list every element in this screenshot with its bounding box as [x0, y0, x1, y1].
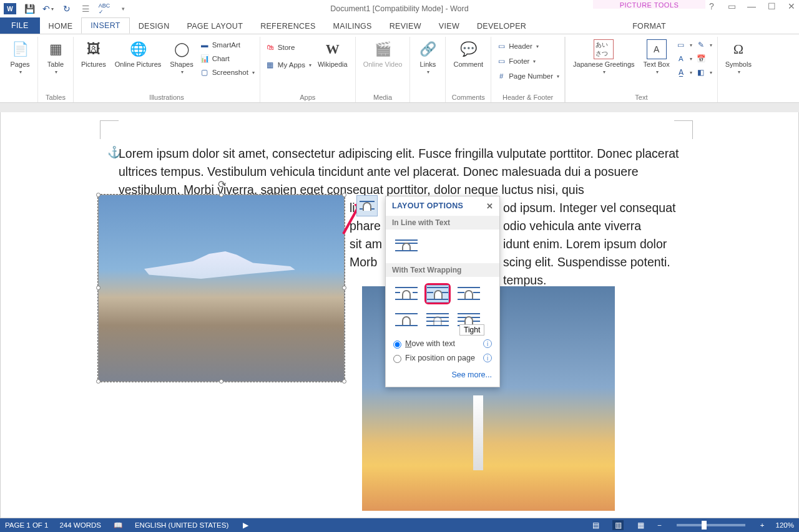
- resize-handle-tr[interactable]: [342, 193, 346, 197]
- table-button[interactable]: ▦ Table ▾: [42, 38, 69, 76]
- minimize-icon[interactable]: —: [747, 1, 757, 11]
- tab-references[interactable]: REFERENCES: [252, 19, 324, 34]
- tab-view[interactable]: VIEW: [430, 19, 468, 34]
- sigline-button[interactable]: ✎▾: [695, 39, 713, 51]
- pictures-button[interactable]: 🖼Pictures: [77, 38, 110, 69]
- radio-move-with-text[interactable]: Move with text i: [386, 337, 499, 351]
- info-icon-2[interactable]: i: [483, 354, 492, 362]
- resize-handle-tl[interactable]: [96, 193, 100, 197]
- footer-button[interactable]: ▭Footer▾: [495, 56, 561, 67]
- print-layout-icon[interactable]: ▥: [612, 520, 624, 530]
- wrap-inline[interactable]: [393, 236, 419, 257]
- close-icon[interactable]: ✕: [787, 1, 797, 11]
- ribbon-display-options-icon[interactable]: ▭: [727, 1, 737, 11]
- save-icon[interactable]: 💾: [24, 3, 35, 14]
- selected-image-plane[interactable]: [98, 195, 345, 382]
- radio-fix-input[interactable]: [393, 355, 401, 363]
- text-box-label: Text Box: [644, 60, 670, 68]
- screenshot-button[interactable]: ▢Screenshot▾: [199, 67, 256, 78]
- online-video-button[interactable]: 🎬Online Video: [360, 38, 406, 69]
- maximize-icon[interactable]: ☐: [767, 1, 777, 11]
- tab-format[interactable]: FORMAT: [593, 19, 705, 34]
- smartart-label: SmartArt: [212, 41, 240, 49]
- pages-button[interactable]: 📄 Pages ▾: [6, 38, 34, 76]
- read-mode-icon[interactable]: ▤: [590, 520, 601, 530]
- resize-handle-mr[interactable]: [342, 286, 346, 290]
- help-icon[interactable]: ?: [707, 1, 717, 11]
- symbols-button[interactable]: ΩSymbols▾: [722, 38, 755, 76]
- header-button[interactable]: ▭Header▾: [495, 41, 561, 52]
- radio-fix-position[interactable]: Fix position on page i: [386, 351, 499, 365]
- tab-file[interactable]: FILE: [0, 17, 40, 34]
- datetime-button[interactable]: 📅: [695, 53, 713, 64]
- close-popup-icon[interactable]: ✕: [486, 201, 493, 211]
- rotate-handle-icon[interactable]: ⟳: [218, 178, 226, 190]
- document-area[interactable]: ⚓ Lorem ipsum dolor sit amet, consectetu…: [0, 103, 799, 518]
- smartart-button[interactable]: ▬SmartArt: [199, 39, 256, 51]
- my-apps-button[interactable]: ▦My Apps▾: [264, 59, 313, 70]
- status-words[interactable]: 244 WORDS: [59, 521, 100, 529]
- zoom-slider-thumb[interactable]: [702, 521, 707, 530]
- screenshot-icon: ▢: [200, 67, 210, 77]
- store-label: Store: [278, 44, 295, 51]
- see-more-link[interactable]: See more...: [386, 365, 499, 387]
- wrap-square[interactable]: [393, 283, 419, 304]
- qat-icon-1[interactable]: ☰: [80, 3, 91, 14]
- status-page[interactable]: PAGE 1 OF 1: [5, 521, 48, 529]
- japanese-greetings-button[interactable]: あいさつJapanese Greetings▾: [569, 38, 638, 76]
- store-button[interactable]: 🛍Store: [264, 42, 313, 53]
- page-number-button[interactable]: #Page Number▾: [495, 70, 561, 82]
- zoom-in-icon[interactable]: +: [760, 521, 765, 529]
- status-zoom[interactable]: 120%: [776, 521, 794, 529]
- object-button[interactable]: ◧▾: [695, 67, 713, 78]
- resize-handle-ml[interactable]: [96, 286, 100, 290]
- quickparts-button[interactable]: ▭▾: [675, 39, 694, 51]
- wikipedia-button[interactable]: WWikipedia: [314, 38, 351, 69]
- zoom-slider[interactable]: [677, 524, 745, 526]
- tab-developer[interactable]: DEVELOPER: [468, 19, 535, 34]
- group-label-comments: Comments: [452, 92, 485, 102]
- section-inline: In Line with Text: [386, 216, 499, 230]
- wrap-tight[interactable]: [426, 285, 449, 302]
- shapes-button[interactable]: ◯Shapes▾: [166, 38, 197, 76]
- tab-insert[interactable]: INSERT: [81, 17, 129, 34]
- tab-review[interactable]: REVIEW: [381, 19, 430, 34]
- text-box-button[interactable]: AText Box▾: [640, 38, 674, 76]
- links-button[interactable]: 🔗Links▾: [414, 38, 441, 76]
- tab-mailings[interactable]: MAILINGS: [325, 19, 381, 34]
- layout-options-toggle[interactable]: [356, 195, 378, 216]
- status-language[interactable]: ENGLISH (UNITED STATES): [135, 521, 228, 529]
- wrap-top-bottom[interactable]: [393, 309, 419, 331]
- wordart-button[interactable]: A▾: [675, 53, 694, 64]
- tab-home[interactable]: HOME: [40, 19, 82, 34]
- proofing-icon[interactable]: 📖: [112, 520, 124, 530]
- document-body-text[interactable]: Lorem ipsum dolor sit amet, consectetur …: [119, 145, 680, 199]
- text-paragraph: Lorem ipsum dolor sit amet, consectetur …: [119, 147, 679, 196]
- web-layout-icon[interactable]: ▦: [635, 520, 646, 530]
- quickparts-icon: ▭: [676, 40, 686, 50]
- resize-handle-tc[interactable]: [219, 193, 223, 197]
- spelling-icon[interactable]: ABC✓: [99, 3, 110, 14]
- info-icon[interactable]: i: [483, 339, 492, 348]
- comment-button[interactable]: 💬Comment: [449, 38, 487, 69]
- wrap-through[interactable]: [456, 283, 482, 304]
- ribbon: 📄 Pages ▾ ▦ Table ▾ Tables 🖼Pictures 🌐On…: [0, 34, 799, 103]
- chart-icon: 📊: [200, 54, 210, 64]
- tab-page-layout[interactable]: PAGE LAYOUT: [178, 19, 252, 34]
- section-wrapping: With Text Wrapping: [386, 263, 499, 277]
- tab-design[interactable]: DESIGN: [130, 19, 179, 34]
- dropcap-button[interactable]: A̲▾: [675, 67, 694, 78]
- resize-handle-bc[interactable]: [219, 379, 223, 384]
- wrap-behind[interactable]: [424, 309, 451, 331]
- redo-icon[interactable]: ↻: [61, 3, 72, 14]
- online-pictures-button[interactable]: 🌐Online Pictures: [111, 38, 165, 69]
- table-label: Table: [47, 60, 64, 68]
- radio-move-input[interactable]: [393, 341, 401, 349]
- macro-icon[interactable]: ▶: [240, 520, 251, 530]
- resize-handle-bl[interactable]: [96, 379, 100, 384]
- undo-icon[interactable]: ↶▾: [42, 3, 54, 14]
- zoom-out-icon[interactable]: −: [657, 521, 662, 529]
- resize-handle-br[interactable]: [342, 379, 346, 384]
- chart-button[interactable]: 📊Chart: [199, 53, 256, 64]
- qat-dropdown-icon[interactable]: ▾: [117, 3, 129, 14]
